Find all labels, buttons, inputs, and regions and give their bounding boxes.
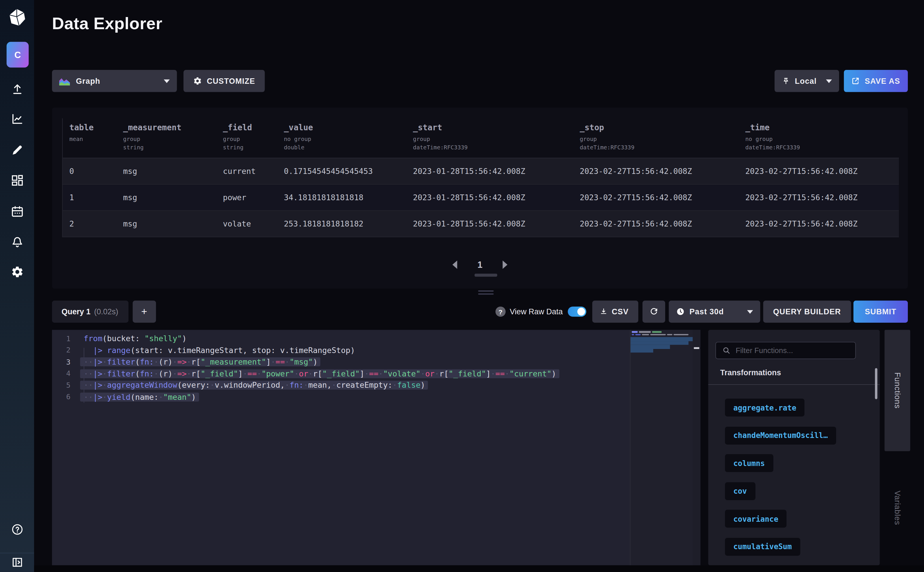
table-row: 1msgpower34.181818181818182023-01-28T15:… [63, 185, 899, 211]
table-cell: current [216, 158, 277, 184]
local-label: Local [795, 76, 817, 85]
data-explorer-icon[interactable] [10, 112, 24, 126]
table-cell: 0 [63, 158, 117, 184]
line-number: 3 [52, 358, 80, 366]
tasks-calendar-icon[interactable] [10, 205, 24, 218]
table-column-header: _timeno groupdateTime:RFC3339 [739, 118, 899, 158]
line-number: 4 [52, 370, 80, 378]
line-content: ··|>·filter(fn:·(r)·=>·r["_measurement"]… [80, 358, 320, 366]
table-column-header: _valueno groupdouble [277, 118, 406, 158]
query-builder-label: QUERY BUILDER [773, 307, 841, 316]
code-line: 1from(bucket: "shelly") [52, 333, 630, 344]
function-chip[interactable]: chandeMomentumOscill… [725, 426, 836, 444]
tab-variables[interactable]: Variables [884, 475, 910, 541]
table-cell: 2023-02-27T15:56:42.008Z [739, 158, 899, 184]
table-cell: 2023-01-28T15:56:42.008Z [406, 211, 573, 236]
code-line: 4··|>·filter(fn:·(r)·=>·r["_field"]·==·"… [52, 368, 630, 379]
cursor-position-mark [694, 347, 700, 349]
function-chip[interactable]: cumulativeSum [725, 538, 800, 555]
panel-resize-handle[interactable] [478, 290, 494, 295]
upload-icon[interactable] [10, 82, 24, 96]
table-cell: 2023-02-27T15:56:42.008Z [739, 211, 899, 236]
dashboards-icon[interactable] [10, 174, 24, 187]
function-chip[interactable]: cov [725, 482, 755, 500]
function-chip[interactable]: covariance [725, 510, 787, 527]
time-range-dropdown[interactable]: Past 30d [669, 300, 760, 323]
functions-scrollbar-thumb[interactable] [875, 368, 877, 399]
function-chip[interactable]: aggregate.rate [725, 399, 805, 417]
search-icon [722, 346, 731, 355]
query-tab[interactable]: Query 1 (0.02s) [52, 300, 129, 323]
table-column-header: _fieldgroupstring [216, 118, 277, 158]
table-cell: power [216, 185, 277, 210]
table-cell: msg [117, 185, 216, 210]
line-content: |> range(start: v.timeRangeStart, stop: … [80, 346, 358, 355]
nav-sidebar: C [0, 0, 34, 572]
table-cell: msg [117, 211, 216, 236]
expand-sidebar-icon[interactable] [11, 556, 23, 569]
view-raw-data-label: View Raw Data [510, 307, 563, 316]
editor-scrollbar[interactable] [692, 330, 700, 565]
query-builder-button[interactable]: QUERY BUILDER [763, 300, 851, 323]
view-type-dropdown[interactable]: Graph [52, 70, 177, 92]
settings-gear-icon[interactable] [10, 265, 24, 278]
table-cell: 1 [63, 185, 117, 210]
chevron-down-icon [747, 310, 753, 314]
functions-panel: Filter Functions... Transformations aggr… [708, 330, 880, 565]
table-cell: 2023-02-27T15:56:42.008Z [573, 211, 739, 236]
table-cell: 2 [63, 211, 117, 236]
alerts-bell-icon[interactable] [10, 235, 24, 249]
flux-code-editor[interactable]: 1from(bucket: "shelly")2 |> range(start:… [52, 330, 700, 565]
minimap-selection [630, 337, 692, 353]
filter-functions-input[interactable]: Filter Functions... [716, 342, 856, 359]
chevron-down-icon [164, 79, 170, 82]
download-icon [599, 307, 608, 316]
pagination: 1 [52, 260, 908, 269]
customize-button[interactable]: CUSTOMIZE [184, 70, 264, 92]
refresh-icon [649, 307, 658, 316]
clock-icon [676, 307, 685, 316]
bottom-band [34, 565, 924, 572]
table-header-row: tablemean_measurementgroupstring_fieldgr… [63, 118, 899, 159]
page-title: Data Explorer [52, 14, 162, 34]
code-line: 6··|>·yield(name:·"mean") [52, 391, 630, 403]
org-avatar[interactable]: C [7, 42, 29, 68]
raw-data-help-icon[interactable]: ? [496, 306, 506, 317]
table-column-header: _stopgroupdateTime:RFC3339 [573, 118, 739, 158]
line-number: 5 [52, 381, 80, 389]
table-cell: 0.17154545454545453 [277, 158, 406, 184]
refresh-button[interactable] [642, 300, 665, 323]
page-number[interactable]: 1 [477, 260, 482, 269]
influxdb-logo-icon[interactable] [9, 8, 25, 26]
csv-download-button[interactable]: CSV [592, 300, 638, 323]
local-dropdown[interactable]: Local [775, 70, 839, 92]
help-icon[interactable] [10, 523, 24, 536]
add-query-button[interactable]: + [132, 300, 156, 323]
filter-functions-placeholder: Filter Functions... [736, 347, 793, 355]
csv-label: CSV [612, 307, 628, 316]
table-cell: 34.18181818181818 [277, 185, 406, 210]
pin-icon [782, 76, 790, 86]
next-page-icon[interactable] [503, 260, 508, 269]
table-row: 2msgvolate253.18181818181822023-01-28T15… [63, 211, 899, 237]
tab-functions[interactable]: Functions [884, 330, 910, 451]
notebooks-icon[interactable] [10, 143, 24, 157]
page-indicator-bar [474, 274, 497, 277]
chevron-down-icon [826, 79, 832, 82]
view-raw-data-toggle[interactable] [568, 306, 586, 317]
table-column-header: _measurementgroupstring [117, 118, 216, 158]
submit-button[interactable]: SUBMIT [854, 300, 908, 323]
save-as-button[interactable]: SAVE AS [844, 70, 908, 92]
export-icon [851, 76, 860, 85]
editor-minimap[interactable] [630, 330, 692, 565]
viz-toolbar: Graph CUSTOMIZE Local [52, 70, 908, 92]
query-tab-label: Query 1 [62, 307, 90, 316]
code-lines: 1from(bucket: "shelly")2 |> range(start:… [52, 333, 630, 403]
function-chip[interactable]: columns [725, 454, 773, 472]
customize-label: CUSTOMIZE [207, 76, 255, 85]
line-content: from(bucket: "shelly") [80, 334, 190, 343]
prev-page-icon[interactable] [452, 260, 457, 269]
gear-icon [193, 76, 202, 85]
line-content: ··|>·yield(name:·"mean") [80, 392, 199, 401]
query-toolbar: Query 1 (0.02s) + ? View Raw Data CSV [52, 300, 908, 323]
